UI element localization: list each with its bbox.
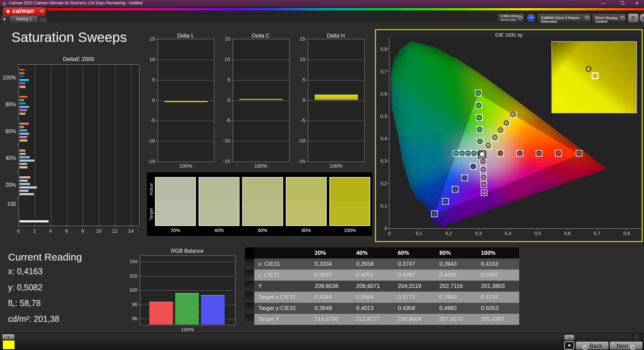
axis-tick (138, 318, 140, 319)
axis-tick-label: 0,3 (472, 231, 484, 236)
axis-tick-label: 15 (144, 36, 155, 42)
table-cell: 0,3943 (439, 258, 457, 270)
deltae-chart-title: DeltaE 2000 (18, 56, 139, 63)
swatch-pair (286, 177, 327, 226)
meter-line2: Direct View (501, 18, 516, 21)
axis-tick-label: 15 (219, 36, 230, 42)
minimize-button[interactable]: — (598, 0, 609, 7)
reading-cdm2: cd/m²: 201,38 (8, 314, 59, 324)
axis-tick (138, 261, 140, 262)
deltae-bar (19, 82, 25, 85)
table-cell: 0,4051 (356, 270, 374, 281)
swatch-pair (155, 177, 196, 226)
pattern-generator-dropdown[interactable]: CalMAN Client 3 Pattern Generator ▼ (538, 13, 591, 22)
axis-tick (138, 290, 140, 290)
axis-tick (156, 120, 158, 121)
cie-measured-circle (460, 151, 464, 156)
axis-tick (627, 228, 627, 230)
deltae-bar (19, 156, 30, 159)
collapse-panel-button[interactable]: ◀ (639, 13, 644, 22)
settings-button[interactable]: ⚙ (628, 13, 639, 22)
collapse-patches-button[interactable]: ▲ (2, 334, 15, 340)
deltae-bar (19, 186, 37, 189)
deltae-x-labels: 02468101214 (0, 227, 148, 234)
axis-tick-label: 0,7 (377, 69, 387, 74)
table-cell: 0,3648 (315, 303, 332, 314)
axis-group-label: 60% (0, 128, 16, 134)
gridline (308, 121, 364, 121)
table-gutter-cell (245, 258, 254, 270)
add-tab-button[interactable]: + (39, 16, 48, 23)
meter-dropdown[interactable]: X-Rite i1Pro 3 Direct View ▼ (497, 13, 524, 22)
axis-tick-label: 10 (219, 56, 230, 62)
axis-tick (156, 161, 158, 162)
axis-tick-label: 10 (294, 56, 305, 62)
deltah-chart-title: Delta H (308, 33, 364, 39)
table-cell: 0,3558 (356, 258, 374, 270)
axis-tick-label: 0,6 (561, 231, 573, 236)
axis-tick (306, 80, 308, 80)
cie-measured-circle (432, 212, 437, 216)
axis-tick (231, 59, 233, 60)
table-header-row: 20%40%60%80%100% (245, 247, 519, 258)
collapse-transport-button[interactable]: ▲ (564, 335, 574, 340)
back-chevrons-icon: « (582, 345, 588, 350)
meter-mode-badge[interactable]: 718 (527, 14, 535, 21)
table-cell: 0,3334 (315, 258, 332, 270)
table-gutter-cell (245, 303, 254, 314)
next-chevrons-icon: » (630, 345, 636, 350)
tab-scroll-button[interactable]: ▶ (1, 15, 9, 23)
gridline (233, 60, 289, 60)
gridline (308, 141, 364, 141)
axis-tick (156, 59, 158, 60)
axis-tick (138, 304, 140, 305)
meter-line1: X-Rite i1Pro 3 (501, 14, 521, 18)
deltae-bar (19, 69, 25, 72)
header-bar: ❖ calman ▼ ▶ History 1 + X-Rite i1Pro 3 … (0, 7, 644, 22)
table-cell: 206,6071 (356, 281, 380, 292)
axis-tick-label: -15 (144, 158, 155, 164)
table-cell: 0,3344 (315, 292, 332, 303)
gridline (233, 121, 289, 121)
target-swatch (330, 201, 370, 225)
table-cell: 0,5082 (481, 270, 498, 281)
cie-measured-circle (462, 176, 467, 180)
table-gutter-cell (245, 314, 254, 325)
table-row: Y209,6536206,6071204,3119202,7116201,380… (245, 281, 519, 292)
restore-button[interactable]: ❐ (616, 0, 628, 7)
display-control-dropdown[interactable]: Direct Display Control ▼ (592, 13, 626, 22)
stop-measure-button[interactable]: ■ (564, 341, 574, 350)
tab-history-1[interactable]: History 1 (9, 15, 38, 23)
table-row-bg (254, 258, 519, 270)
axis-tick (508, 228, 508, 230)
cie-measured-circle (481, 159, 485, 164)
deltae-bar (19, 122, 29, 125)
actual-swatch (156, 178, 195, 201)
back-button[interactable]: « Back (576, 341, 609, 350)
next-button[interactable]: Next » (609, 341, 643, 350)
cie-measured-circle (476, 103, 481, 108)
table-cell: 201,3803 (481, 281, 505, 292)
close-button[interactable]: ✕ (631, 0, 643, 7)
gridline (51, 65, 51, 226)
deltae-bar (19, 149, 26, 152)
pattern-status-indicator (539, 15, 540, 21)
swatch-pair (242, 177, 283, 226)
axis-tick (387, 228, 389, 229)
pattern-label: CalMAN Client 3 Pattern Generator (541, 16, 591, 23)
table-cell: 0,4382 (398, 270, 415, 281)
target-swatch (156, 201, 195, 225)
cie-measured-circle (476, 91, 481, 96)
delta-bar (164, 101, 208, 103)
gridline (158, 121, 214, 121)
axis-tick-label: 15 (294, 36, 305, 42)
meter-status-indicator (498, 15, 500, 21)
axis-tick-label: 0,7 (591, 231, 603, 236)
deltae-bar (19, 183, 31, 186)
page-title: Saturation Sweeps (11, 30, 127, 45)
table-row-label: Target Y (258, 314, 279, 325)
axis-tick (306, 141, 308, 141)
axis-tick (156, 100, 158, 101)
axis-tick-label: 0 (294, 97, 305, 103)
rgb-plot (140, 255, 235, 325)
